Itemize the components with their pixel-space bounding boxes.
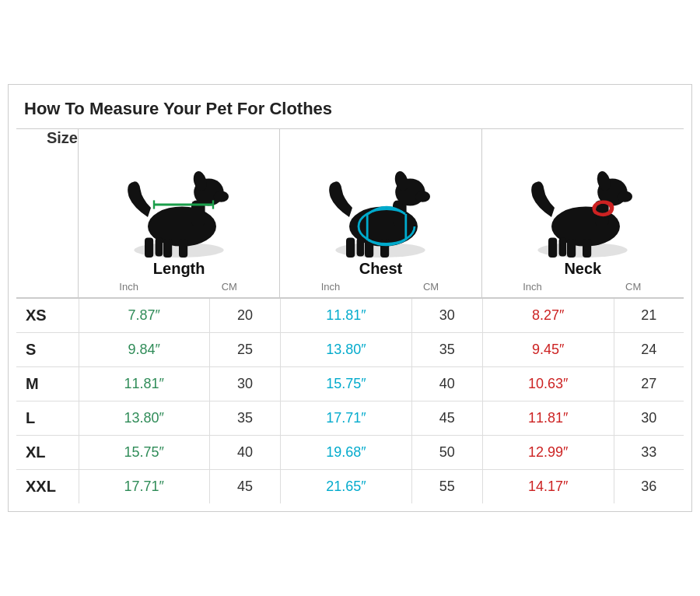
svg-rect-33 [583,239,591,258]
size-header-label: Size [47,129,78,147]
table-row: XXL 17.71″ 45 21.65″ 55 14.17″ 36 [16,470,684,504]
length-header-cell: Length Inch CM [79,129,280,297]
length-inch-cell: 9.84″ [79,333,210,367]
neck-cm-cell: 30 [614,401,684,436]
svg-rect-21 [346,237,355,258]
size-data-table: XS 7.87″ 20 11.81″ 30 8.27″ 21 S 9.84″ 2… [16,299,684,503]
neck-dog-wrap [482,135,684,260]
length-inch-cell: 11.81″ [79,367,210,401]
chest-header-cell: Chest Inch CM [280,129,481,297]
size-cell: M [16,367,79,401]
size-cell: XS [16,299,79,333]
chest-cm-cell: 35 [411,333,482,367]
svg-rect-34 [548,237,557,258]
chest-inch-cell: 15.75″ [281,367,412,401]
neck-inch-header: Inch [482,281,583,293]
svg-point-17 [415,191,430,202]
size-cell: XL [16,436,79,470]
chest-inch-cell: 13.80″ [281,333,412,367]
neck-cm-header: CM [583,281,684,293]
chest-cm-cell: 45 [411,401,482,436]
chest-inch-cell: 17.71″ [281,401,412,436]
length-label: Length [153,260,205,278]
neck-cm-cell: 36 [614,470,684,504]
length-dog-svg [117,143,241,260]
neck-inch-cell: 8.27″ [482,299,614,333]
length-cm-cell: 25 [210,333,281,367]
svg-rect-6 [163,239,172,258]
svg-rect-32 [567,239,576,258]
svg-rect-7 [179,239,187,258]
chest-inch-cell: 11.81″ [281,299,412,333]
neck-header-cell: Neck Inch CM [482,129,684,297]
size-cell: L [16,401,79,436]
length-cm-cell: 30 [210,367,281,401]
chest-cm-header: CM [381,281,481,293]
chest-cm-cell: 50 [411,436,482,470]
svg-point-4 [214,191,229,202]
length-cm-header: CM [179,281,279,293]
table-row: XS 7.87″ 20 11.81″ 30 8.27″ 21 [16,299,684,333]
neck-cm-cell: 21 [614,299,684,333]
neck-dog-svg [520,143,645,260]
neck-inch-cell: 11.81″ [482,401,614,436]
length-cm-cell: 40 [210,436,281,470]
table-row: L 13.80″ 35 17.71″ 45 11.81″ 30 [16,401,684,436]
svg-rect-35 [559,237,567,256]
chest-sub-headers: Inch CM [280,281,481,293]
chest-dog-svg [318,143,443,260]
neck-inch-cell: 12.99″ [482,436,614,470]
chest-dog-wrap [280,135,481,260]
neck-sub-headers: Inch CM [482,281,684,293]
size-cell: XXL [16,470,79,504]
chest-cm-cell: 30 [411,299,482,333]
length-inch-header: Inch [79,281,179,293]
length-inch-cell: 17.71″ [79,470,210,504]
length-sub-headers: Inch CM [79,281,279,293]
chest-inch-header: Inch [280,281,380,293]
length-cm-cell: 20 [210,299,281,333]
chest-cm-cell: 40 [411,367,482,401]
chart-title: How To Measure Your Pet For Clothes [16,93,684,129]
length-cm-cell: 45 [210,470,281,504]
chest-label: Chest [359,260,403,278]
svg-point-30 [618,191,632,202]
neck-inch-cell: 10.63″ [482,367,614,401]
neck-label: Neck [564,260,601,278]
svg-rect-8 [145,237,153,258]
neck-cm-cell: 33 [614,436,684,470]
svg-rect-20 [380,239,389,258]
table-row: S 9.84″ 25 13.80″ 35 9.45″ 24 [16,333,684,367]
length-dog-wrap [79,135,279,260]
length-inch-cell: 13.80″ [79,401,210,436]
illustration-header: Size [16,129,684,299]
table-row: XL 15.75″ 40 19.68″ 50 12.99″ 33 [16,436,684,470]
neck-inch-cell: 9.45″ [482,333,614,367]
size-cell: S [16,333,79,367]
length-inch-cell: 15.75″ [79,436,210,470]
neck-cm-cell: 24 [614,333,684,367]
svg-rect-9 [156,237,163,256]
size-header-cell: Size [16,129,79,297]
neck-inch-cell: 14.17″ [482,470,614,504]
neck-cm-cell: 27 [614,367,684,401]
svg-rect-22 [357,237,365,256]
length-cm-cell: 35 [210,401,281,436]
table-row: M 11.81″ 30 15.75″ 40 10.63″ 27 [16,367,684,401]
length-inch-cell: 7.87″ [79,299,210,333]
chest-inch-cell: 21.65″ [281,470,412,504]
chart-container: How To Measure Your Pet For Clothes Size [8,84,692,512]
chest-inch-cell: 19.68″ [281,436,412,470]
chest-cm-cell: 55 [411,470,482,504]
